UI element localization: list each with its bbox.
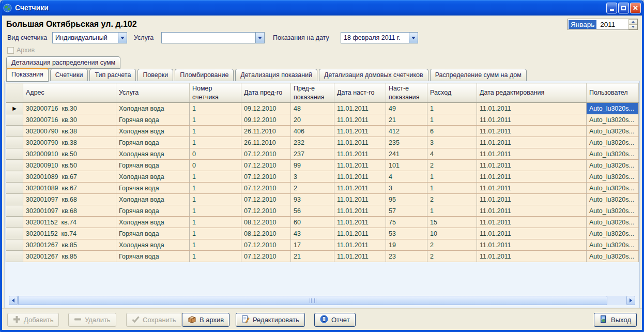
cell[interactable]: 3 <box>427 137 477 148</box>
cell[interactable]: 0 <box>190 148 241 160</box>
column-header-0[interactable]: Адрес <box>23 83 116 103</box>
cell[interactable]: 237 <box>291 148 334 160</box>
cell[interactable]: Горячая вода <box>116 183 190 194</box>
dropdown-button[interactable] <box>409 33 418 43</box>
tab-detalizaciya-domovyh-schetchikov[interactable]: Детализация домовых счетчиков <box>319 69 428 81</box>
cell[interactable]: 21 <box>386 114 427 126</box>
cell[interactable]: 57 <box>386 205 427 217</box>
cell[interactable]: 6 <box>427 126 477 137</box>
cell[interactable]: 302000910 кв.50 <box>23 160 116 171</box>
cell[interactable]: Холодная вода <box>116 194 190 205</box>
cell[interactable]: 11.01.2011 <box>334 183 386 194</box>
cell[interactable]: 23 <box>386 251 427 262</box>
column-header-3[interactable]: Дата пред-го <box>241 83 291 103</box>
table-row[interactable]: 302001152 кв.74Холодная вода108.12.20106… <box>6 217 639 228</box>
cell[interactable]: 4 <box>386 171 427 183</box>
row-selector[interactable] <box>6 137 23 148</box>
scrollbar-thumb[interactable] <box>18 296 607 305</box>
cell[interactable]: 302000716 кв.30 <box>23 114 116 126</box>
cell[interactable]: Auto_lu3020s... <box>587 114 639 126</box>
cell[interactable]: Горячая вода <box>116 160 190 171</box>
cell[interactable]: 1 <box>427 205 477 217</box>
cell[interactable]: 4 <box>427 148 477 160</box>
cell[interactable]: Auto_lu3020s... <box>587 183 639 194</box>
close-button[interactable]: ✕ <box>630 3 641 13</box>
cell[interactable]: 11.01.2011 <box>477 205 587 217</box>
cell[interactable]: 99 <box>291 160 334 171</box>
cell[interactable]: 21 <box>291 251 334 262</box>
table-row[interactable]: 302001267 кв.85Горячая вода107.12.201021… <box>6 251 639 262</box>
cell[interactable]: 1 <box>427 171 477 183</box>
cell[interactable]: Auto_lu3020s... <box>587 194 639 205</box>
cell[interactable]: Холодная вода <box>116 239 190 251</box>
dropdown-button[interactable] <box>255 33 264 43</box>
cell[interactable]: Auto_lu3020s... <box>587 160 639 171</box>
cell[interactable]: Горячая вода <box>116 251 190 262</box>
cell[interactable]: 11.01.2011 <box>334 205 386 217</box>
cell[interactable]: 11.01.2011 <box>334 217 386 228</box>
cell[interactable]: 241 <box>386 148 427 160</box>
cell[interactable]: 07.12.2010 <box>241 160 291 171</box>
cell[interactable]: 11.01.2011 <box>477 217 587 228</box>
cell[interactable]: 302000790 кв.38 <box>23 126 116 137</box>
cell[interactable]: 1 <box>190 171 241 183</box>
cell[interactable]: 11.01.2011 <box>477 160 587 171</box>
tab-raspredelenie-summ-na-dom[interactable]: Распределение сумм на дом <box>430 69 527 81</box>
cell[interactable]: 406 <box>291 126 334 137</box>
cell[interactable]: Холодная вода <box>116 103 190 114</box>
cell[interactable]: 11.01.2011 <box>477 126 587 137</box>
column-header-5[interactable]: Дата наст-го <box>334 83 386 103</box>
cell[interactable]: Горячая вода <box>116 114 190 126</box>
cell[interactable]: 07.12.2010 <box>241 251 291 262</box>
cell[interactable]: 20 <box>291 114 334 126</box>
row-selector[interactable] <box>6 205 23 217</box>
spin-down-button[interactable] <box>628 25 637 30</box>
scroll-left-button[interactable] <box>9 296 18 305</box>
column-header-2[interactable]: Номер счетчика <box>190 83 241 103</box>
tab-plombirovanie[interactable]: Пломбирование <box>175 69 234 81</box>
cell[interactable]: 11.01.2011 <box>477 137 587 148</box>
row-selector[interactable]: ▶ <box>6 103 23 114</box>
minimize-button[interactable] <box>606 3 617 13</box>
cell[interactable]: Горячая вода <box>116 205 190 217</box>
cell[interactable]: 26.11.2010 <box>241 137 291 148</box>
edit-button[interactable]: Редактировать <box>236 313 305 327</box>
cell[interactable]: 11.01.2011 <box>477 194 587 205</box>
row-selector[interactable] <box>6 251 23 262</box>
tab-poverki[interactable]: Поверки <box>137 69 173 81</box>
row-selector[interactable] <box>6 194 23 205</box>
table-row[interactable]: 302001089 кв.67Горячая вода107.12.201021… <box>6 183 639 194</box>
cell[interactable]: 2 <box>427 239 477 251</box>
dropdown-button[interactable] <box>118 33 127 43</box>
cell[interactable]: 3 <box>291 171 334 183</box>
cell[interactable]: 07.12.2010 <box>241 171 291 183</box>
tab-detalizaciya-raspredeleniya-summ[interactable]: Детализация распределения сумм <box>6 56 120 69</box>
table-row[interactable]: 302001097 кв.68Горячая вода107.12.201056… <box>6 205 639 217</box>
cell[interactable]: 17 <box>291 239 334 251</box>
cell[interactable]: 1 <box>427 103 477 114</box>
cell[interactable]: 11.01.2011 <box>477 251 587 262</box>
cell[interactable]: 11.01.2011 <box>477 171 587 183</box>
row-selector[interactable] <box>6 126 23 137</box>
table-row[interactable]: 302000910 кв.50Холодная вода007.12.20102… <box>6 148 639 160</box>
title-bar[interactable]: Счетчики ✕ <box>0 0 644 16</box>
cell[interactable]: Auto_lu3020s... <box>587 148 639 160</box>
cell[interactable]: 302000910 кв.50 <box>23 148 116 160</box>
cell[interactable]: 302001152 кв.74 <box>23 217 116 228</box>
cell[interactable]: 235 <box>386 137 427 148</box>
cell[interactable]: 53 <box>386 228 427 239</box>
cell[interactable]: 302001089 кв.67 <box>23 171 116 183</box>
row-selector[interactable] <box>6 228 23 239</box>
cell[interactable]: 11.01.2011 <box>334 126 386 137</box>
service-combobox[interactable] <box>161 32 265 43</box>
table-row[interactable]: 302000910 кв.50Горячая вода007.12.201099… <box>6 160 639 171</box>
cell[interactable]: 302001097 кв.68 <box>23 205 116 217</box>
cell[interactable]: 2 <box>427 251 477 262</box>
cell[interactable]: 1 <box>190 103 241 114</box>
tab-schetchiki[interactable]: Счетчики <box>50 69 88 81</box>
cell[interactable]: 101 <box>386 160 427 171</box>
row-selector-header[interactable] <box>6 83 23 103</box>
cell[interactable]: 07.12.2010 <box>241 183 291 194</box>
tab-detalizaciya-pokazaniy[interactable]: Детализация показаний <box>235 69 317 81</box>
column-header-9[interactable]: Пользовател <box>587 83 639 103</box>
